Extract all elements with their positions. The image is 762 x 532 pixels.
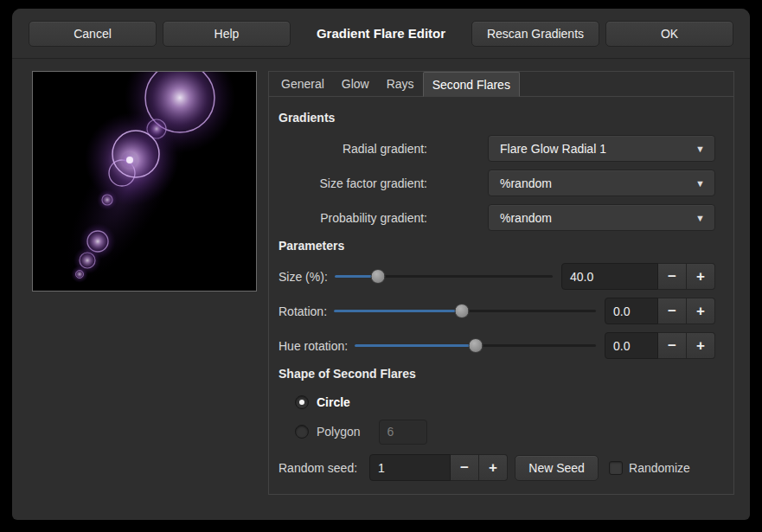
ok-button[interactable]: OK [605, 21, 733, 47]
randomize-label: Randomize [629, 461, 690, 475]
rotation-label: Rotation: [279, 304, 327, 318]
tab-rays[interactable]: Rays [378, 72, 423, 96]
polygon-radio[interactable] [295, 425, 309, 439]
dialog-content: General Glow Rays Second Flares Gradient… [12, 59, 750, 520]
dialog-title: Gradient Flare Editor [297, 26, 465, 41]
chevron-down-icon: ▼ [695, 213, 705, 223]
size-factor-gradient-row: Size factor gradient: %random ▼ [279, 170, 715, 196]
probability-gradient-value: %random [500, 211, 552, 225]
tab-glow[interactable]: Glow [333, 72, 378, 96]
settings-notebook: General Glow Rays Second Flares Gradient… [268, 71, 734, 495]
flare-preview [32, 71, 257, 292]
radial-gradient-row: Radial gradient: Flare Glow Radial 1 ▼ [279, 135, 715, 162]
size-slider[interactable] [335, 263, 553, 290]
slider-fill [355, 344, 475, 347]
hue-rotation-value-field[interactable]: 0.0 [605, 332, 658, 359]
rescan-gradients-button[interactable]: Rescan Gradients [471, 21, 599, 47]
random-seed-row: Random seed: 1 − + New Seed Randomize [279, 454, 715, 481]
rotation-row: Rotation: 0.0 − + [279, 298, 715, 324]
seed-increment-button[interactable]: + [479, 454, 508, 481]
hue-rotation-increment-button[interactable]: + [687, 332, 715, 359]
second-flares-panel: Gradients Radial gradient: Flare Glow Ra… [269, 97, 733, 494]
rotation-increment-button[interactable]: + [687, 298, 715, 324]
chevron-down-icon: ▼ [695, 178, 705, 189]
parameters-heading: Parameters [279, 239, 715, 254]
radial-gradient-label: Radial gradient: [279, 142, 427, 156]
new-seed-button[interactable]: New Seed [515, 455, 599, 481]
slider-handle[interactable] [455, 304, 470, 318]
slider-fill [334, 310, 462, 312]
help-button[interactable]: Help [163, 21, 291, 47]
radial-gradient-value: Flare Glow Radial 1 [500, 142, 606, 156]
random-seed-label: Random seed: [279, 461, 357, 475]
flare-preview-image [33, 72, 256, 291]
size-factor-gradient-value: %random [500, 176, 552, 190]
hue-rotation-label: Hue rotation: [279, 339, 348, 353]
gradient-flare-editor-dialog: Cancel Help Gradient Flare Editor Rescan… [12, 9, 750, 520]
circle-radio[interactable] [295, 395, 309, 409]
random-seed-field[interactable]: 1 [369, 454, 451, 481]
size-row: Size (%): 40.0 − + [279, 263, 715, 290]
probability-gradient-select[interactable]: %random ▼ [488, 204, 715, 231]
probability-gradient-row: Probability gradient: %random ▼ [279, 204, 715, 231]
cancel-button[interactable]: Cancel [29, 21, 157, 47]
polygon-sides-field: 6 [379, 420, 427, 445]
hue-rotation-row: Hue rotation: 0.0 − + [279, 332, 715, 359]
polygon-radio-label: Polygon [317, 425, 361, 439]
size-factor-gradient-select[interactable]: %random ▼ [488, 170, 715, 196]
rotation-decrement-button[interactable]: − [658, 298, 687, 324]
dialog-action-bar: Cancel Help Gradient Flare Editor Rescan… [12, 9, 750, 59]
rotation-value-field[interactable]: 0.0 [605, 298, 658, 324]
chevron-down-icon: ▼ [695, 144, 705, 154]
tab-second-flares[interactable]: Second Flares [423, 72, 520, 97]
rotation-slider[interactable] [334, 298, 596, 324]
shape-heading: Shape of Second Flares [279, 367, 715, 382]
size-decrement-button[interactable]: − [658, 263, 687, 290]
seed-decrement-button[interactable]: − [451, 454, 479, 481]
circle-radio-label: Circle [317, 395, 350, 409]
polygon-option-row: Polygon 6 [295, 420, 715, 443]
size-value-field[interactable]: 40.0 [561, 263, 658, 290]
hue-rotation-slider[interactable] [355, 332, 596, 359]
circle-option-row: Circle [295, 391, 715, 413]
size-increment-button[interactable]: + [687, 263, 715, 290]
size-factor-gradient-label: Size factor gradient: [279, 176, 427, 190]
gradients-heading: Gradients [279, 111, 715, 126]
radial-gradient-select[interactable]: Flare Glow Radial 1 ▼ [488, 135, 715, 162]
hue-rotation-decrement-button[interactable]: − [658, 332, 687, 359]
tab-bar: General Glow Rays Second Flares [269, 72, 733, 97]
slider-handle[interactable] [468, 338, 483, 353]
probability-gradient-label: Probability gradient: [279, 211, 427, 225]
tab-general[interactable]: General [272, 72, 333, 96]
slider-handle[interactable] [371, 269, 386, 284]
size-label: Size (%): [279, 270, 328, 284]
randomize-checkbox[interactable] [609, 461, 623, 475]
